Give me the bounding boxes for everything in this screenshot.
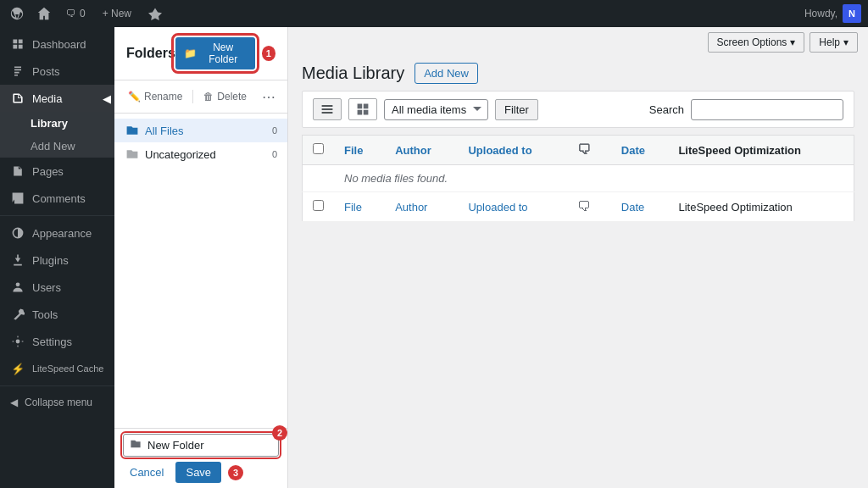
sidebar-item-posts[interactable]: Posts xyxy=(0,58,114,85)
step2-badge: 2 xyxy=(272,425,287,441)
th-file[interactable]: File xyxy=(334,136,385,165)
rename-icon: ✏️ xyxy=(128,91,141,103)
media-toolbar: All media items Filter Search xyxy=(302,91,854,128)
adminbar-wp-badge[interactable] xyxy=(143,7,167,20)
help-button[interactable]: Help ▾ xyxy=(810,32,858,53)
sidebar-item-plugins[interactable]: Plugins xyxy=(0,247,114,274)
collapse-label: Collapse menu xyxy=(25,396,92,408)
row-checkbox[interactable] xyxy=(313,200,324,211)
wp-logo-icon[interactable] xyxy=(7,3,27,24)
media-icon xyxy=(10,91,25,106)
folders-header: Folders 📁 New Folder 1 xyxy=(114,27,287,80)
sidebar-item-tools[interactable]: Tools xyxy=(0,301,114,328)
delete-button[interactable]: 🗑 Delete xyxy=(198,87,252,106)
row-comment-icon: 🗨 xyxy=(577,199,591,214)
sidebar-label-tools: Tools xyxy=(32,308,58,321)
main-panel: Screen Options ▾ Help ▾ Media Library Ad… xyxy=(288,27,868,488)
folder-plus-icon: 📁 xyxy=(184,47,197,59)
svg-marker-0 xyxy=(148,8,162,20)
folder-item-uncategorized[interactable]: Uncategorized 0 xyxy=(114,142,287,166)
screen-options-label: Screen Options xyxy=(717,36,787,48)
grid-view-button[interactable] xyxy=(348,98,377,120)
step1-badge: 1 xyxy=(262,46,276,61)
cell-comment: 🗨 xyxy=(567,192,611,222)
more-options-button[interactable]: ⋯ xyxy=(259,89,279,105)
sidebar-item-dashboard[interactable]: Dashboard xyxy=(0,30,114,58)
sidebar-item-pages[interactable]: Pages xyxy=(0,158,114,185)
sidebar: Dashboard Posts Media ◀ Library Add New xyxy=(0,27,114,488)
sidebar-item-appearance[interactable]: Appearance xyxy=(0,219,114,247)
rename-button[interactable]: ✏️ Rename xyxy=(123,87,187,106)
sidebar-subitem-add-new[interactable]: Add New xyxy=(0,135,114,158)
sidebar-item-litespeed[interactable]: ⚡ LiteSpeed Cache xyxy=(0,355,114,382)
screen-options-arrow: ▾ xyxy=(790,36,795,48)
cancel-button[interactable]: Cancel xyxy=(123,463,170,482)
users-icon xyxy=(10,280,25,295)
uncategorized-label: Uncategorized xyxy=(145,148,267,161)
save-button[interactable]: Save xyxy=(175,462,221,483)
media-submenu: Library Add New xyxy=(0,112,114,158)
sidebar-item-media[interactable]: Media ◀ xyxy=(0,85,114,112)
posts-icon xyxy=(10,64,25,79)
sidebar-label-media: Media xyxy=(32,92,62,105)
th-uploaded-to[interactable]: Uploaded to xyxy=(458,136,566,165)
adminbar-new-label: + New xyxy=(103,8,131,19)
help-arrow: ▾ xyxy=(843,36,849,48)
screen-options-button[interactable]: Screen Options ▾ xyxy=(708,32,805,53)
folders-panel: Folders 📁 New Folder 1 ✏️ Rename 🗑 xyxy=(114,27,288,488)
no-media-message: No media files found. xyxy=(334,165,854,192)
page-header: Media Library Add New xyxy=(288,53,868,91)
sidebar-subitem-library[interactable]: Library xyxy=(0,112,114,135)
plugins-icon xyxy=(10,252,25,268)
svg-point-2 xyxy=(16,340,20,344)
sidebar-label-plugins: Plugins xyxy=(32,254,69,267)
adminbar-new[interactable]: + New xyxy=(97,8,136,19)
cell-author: Author xyxy=(385,192,458,222)
filter-button[interactable]: Filter xyxy=(495,99,538,120)
sidebar-item-settings[interactable]: Settings xyxy=(0,328,114,355)
folders-list: All Files 0 Uncategorized 0 xyxy=(114,114,287,428)
search-input[interactable] xyxy=(691,99,843,120)
toolbar-separator xyxy=(192,90,193,103)
search-label: Search xyxy=(649,103,684,116)
new-folder-button[interactable]: 📁 New Folder xyxy=(175,37,255,69)
comments-icon xyxy=(10,191,25,206)
folder-item-all-files[interactable]: All Files 0 xyxy=(114,119,287,142)
comment-count: 0 xyxy=(80,8,86,19)
uncategorized-count: 0 xyxy=(272,149,277,159)
tools-icon xyxy=(10,307,25,322)
sidebar-label-posts: Posts xyxy=(32,65,60,78)
uncategorized-icon xyxy=(125,147,140,162)
adminbar-site[interactable]: 🗨 0 xyxy=(61,8,91,19)
sidebar-collapse-btn[interactable]: ◀ Collapse menu xyxy=(0,390,114,415)
folders-toolbar: ✏️ Rename 🗑 Delete ⋯ xyxy=(114,80,287,114)
all-files-label: All Files xyxy=(145,125,267,137)
th-author[interactable]: Author xyxy=(385,136,458,165)
add-new-button[interactable]: Add New xyxy=(415,63,478,84)
adminbar-comment-icon: 🗨 xyxy=(66,8,76,19)
content-area: Folders 📁 New Folder 1 ✏️ Rename 🗑 xyxy=(114,27,868,488)
sidebar-label-settings: Settings xyxy=(32,336,72,348)
user-avatar[interactable]: N xyxy=(843,4,861,23)
select-all-checkbox[interactable] xyxy=(313,143,324,154)
new-folder-input[interactable] xyxy=(123,434,279,457)
sidebar-label-pages: Pages xyxy=(32,165,64,178)
howdy-text: Howdy, xyxy=(804,8,837,19)
sidebar-sep-2 xyxy=(0,385,114,386)
cell-uploaded-to: Uploaded to xyxy=(458,192,566,222)
top-buttons: Screen Options ▾ Help ▾ xyxy=(288,27,868,53)
sidebar-item-users[interactable]: Users xyxy=(0,274,114,301)
folders-title: Folders xyxy=(126,46,175,61)
new-folder-area: 2 Cancel Save 3 xyxy=(114,428,287,488)
th-litespeed: LiteSpeed Optimization xyxy=(668,136,854,165)
th-date[interactable]: Date xyxy=(611,136,669,165)
list-view-button[interactable] xyxy=(313,98,342,120)
table-row: File Author Uploaded to 🗨 Date LiteSpeed… xyxy=(303,192,854,222)
litespeed-icon: ⚡ xyxy=(10,361,25,376)
home-icon[interactable] xyxy=(34,3,54,24)
media-type-filter[interactable]: All media items xyxy=(384,99,488,120)
sidebar-item-comments[interactable]: Comments xyxy=(0,185,114,212)
pages-icon xyxy=(10,164,25,179)
media-table: File Author Uploaded to 🗨 Date LiteSpeed… xyxy=(302,135,854,222)
admin-bar: 🗨 0 + New Howdy, N xyxy=(0,0,868,27)
